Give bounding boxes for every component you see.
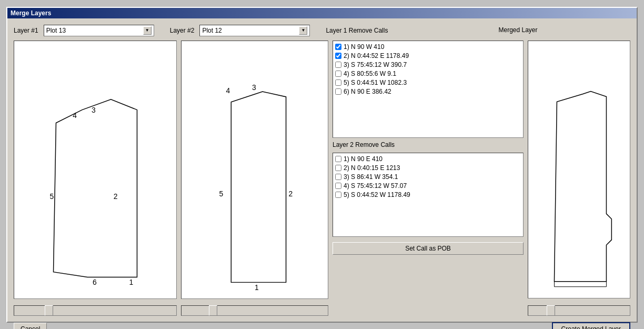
dialog-body: Layer #1 Plot 13 ▼ Layer #2 Plot 12 ▼ La… bbox=[7, 18, 637, 330]
layer2-check-item-4: 4) S 75:45:12 W 57.07 bbox=[335, 182, 521, 190]
layer1-canvas: 3 4 5 2 6 1 bbox=[14, 41, 177, 300]
plot1-label6: 6 bbox=[93, 278, 97, 286]
layer1-check-label-1: 1) N 90 W 410 bbox=[344, 43, 384, 51]
layer1-slider[interactable] bbox=[14, 305, 177, 316]
layer2-checkbox-1[interactable] bbox=[335, 156, 341, 162]
svg-marker-1 bbox=[231, 91, 286, 282]
plot1-label2: 2 bbox=[114, 192, 118, 200]
bottom-row: Cancel Create Merged Layer bbox=[14, 320, 630, 329]
layer1-check-label-2: 2) N 0:44:52 E 1178.49 bbox=[344, 52, 409, 59]
layer1-slider-container bbox=[14, 305, 177, 316]
layer2-slider[interactable] bbox=[181, 305, 328, 316]
layer1-check-label-5: 5) S 0:44:51 W 1082.3 bbox=[344, 79, 407, 86]
layer1-check-item-2: 2) N 0:44:52 E 1178.49 bbox=[335, 52, 521, 59]
plot2-label2: 2 bbox=[289, 189, 293, 197]
layer2-checkbox-3[interactable] bbox=[335, 174, 341, 180]
merge-layers-dialog: Merge Layers Layer #1 Plot 13 ▼ Layer #2… bbox=[6, 7, 638, 323]
plot2-label5: 5 bbox=[219, 189, 223, 197]
layer2-checkbox-2[interactable] bbox=[335, 165, 341, 171]
cancel-button[interactable]: Cancel bbox=[14, 323, 47, 329]
layer1-check-item-4: 4) S 80:55:6 W 9.1 bbox=[335, 70, 521, 77]
plot1-label5: 5 bbox=[50, 192, 54, 200]
layer1-checkbox-1[interactable] bbox=[335, 44, 341, 50]
layer1-check-item-6: 6) N 90 E 386.42 bbox=[335, 88, 521, 95]
layer1-remove-calls-header-label: Layer 1 Remove Calls bbox=[326, 27, 388, 34]
layer2-remove-calls-label: Layer 2 Remove Calls bbox=[333, 141, 524, 148]
layer1-check-item-3: 3) S 75:45:12 W 390.7 bbox=[335, 61, 521, 68]
layer1-checkbox-4[interactable] bbox=[335, 71, 341, 77]
dialog-title: Merge Layers bbox=[11, 9, 51, 17]
layer1-checkbox-2[interactable] bbox=[335, 53, 341, 59]
layer2-dropdown[interactable]: Plot 12 ▼ bbox=[199, 25, 310, 36]
plot1-label4: 4 bbox=[73, 111, 77, 119]
sliders-row bbox=[14, 305, 630, 316]
controls-panel: 1) N 90 W 4102) N 0:44:52 E 1178.493) S … bbox=[333, 41, 524, 300]
layer2-check-label-5: 5) S 0:44:52 W 1178.49 bbox=[344, 191, 410, 198]
plot2-label3: 3 bbox=[252, 83, 256, 92]
layer2-check-item-3: 3) S 86:41 W 354.1 bbox=[335, 173, 521, 181]
layer1-checkbox-6[interactable] bbox=[335, 88, 341, 95]
layer2-check-label-1: 1) N 90 E 410 bbox=[344, 155, 383, 163]
svg-marker-2 bbox=[554, 91, 611, 281]
title-bar: Merge Layers bbox=[7, 8, 637, 18]
layer1-checkbox-3[interactable] bbox=[335, 62, 341, 68]
layer1-check-label-4: 4) S 80:55:6 W 9.1 bbox=[344, 70, 396, 77]
merged-slider[interactable] bbox=[528, 305, 630, 316]
layer2-label: Layer #2 bbox=[170, 27, 195, 34]
main-area: 3 4 5 2 6 1 3 4 5 2 1 bbox=[14, 41, 630, 300]
layer2-check-label-4: 4) S 75:45:12 W 57.07 bbox=[344, 182, 407, 190]
layer1-dropdown[interactable]: Plot 13 ▼ bbox=[44, 25, 154, 36]
layer2-checkbox-5[interactable] bbox=[335, 192, 341, 198]
merged-col bbox=[528, 41, 630, 300]
layer2-check-item-2: 2) N 0:40:15 E 1213 bbox=[335, 164, 521, 172]
layer2-dropdown-arrow: ▼ bbox=[299, 26, 307, 35]
merged-slider-container bbox=[528, 305, 630, 316]
create-merged-layer-button[interactable]: Create Merged Layer bbox=[552, 322, 630, 329]
layer1-label: Layer #1 bbox=[14, 27, 38, 34]
plot2-label4: 4 bbox=[226, 86, 230, 94]
layer2-check-label-2: 2) N 0:40:15 E 1213 bbox=[344, 164, 400, 172]
layer1-value: Plot 13 bbox=[46, 27, 66, 34]
layer1-check-label-6: 6) N 90 E 386.42 bbox=[344, 88, 391, 95]
layer2-checklist: 1) N 90 E 4102) N 0:40:15 E 12133) S 86:… bbox=[333, 153, 524, 237]
plot1-label3: 3 bbox=[92, 105, 96, 114]
merged-canvas bbox=[528, 41, 630, 298]
layer2-check-item-5: 5) S 0:44:52 W 1178.49 bbox=[335, 191, 521, 198]
plot1-label1: 1 bbox=[129, 278, 134, 286]
layer1-checkbox-5[interactable] bbox=[335, 79, 341, 86]
layer1-checklist: 1) N 90 W 4102) N 0:44:52 E 1178.493) S … bbox=[333, 41, 524, 138]
selectors-row: Layer #1 Plot 13 ▼ Layer #2 Plot 12 ▼ La… bbox=[14, 25, 630, 36]
layer2-slider-container bbox=[181, 305, 328, 316]
layer2-value: Plot 12 bbox=[202, 27, 222, 34]
layer1-check-item-5: 5) S 0:44:51 W 1082.3 bbox=[335, 79, 521, 86]
layer1-dropdown-arrow: ▼ bbox=[143, 26, 152, 35]
layer2-check-item-1: 1) N 90 E 410 bbox=[335, 155, 521, 163]
layer2-canvas: 3 4 5 2 1 bbox=[181, 41, 328, 300]
layer1-check-label-3: 3) S 75:45:12 W 390.7 bbox=[344, 61, 407, 68]
layer2-checkbox-4[interactable] bbox=[335, 183, 341, 189]
plot2-label1: 1 bbox=[255, 283, 259, 292]
layer2-check-label-3: 3) S 86:41 W 354.1 bbox=[344, 173, 398, 181]
merged-layer-header-label: Merged Layer bbox=[498, 26, 537, 34]
set-call-as-pob-button[interactable]: Set Call as POB bbox=[333, 242, 524, 255]
svg-marker-0 bbox=[54, 99, 137, 277]
layer1-check-item-1: 1) N 90 W 410 bbox=[335, 43, 521, 51]
